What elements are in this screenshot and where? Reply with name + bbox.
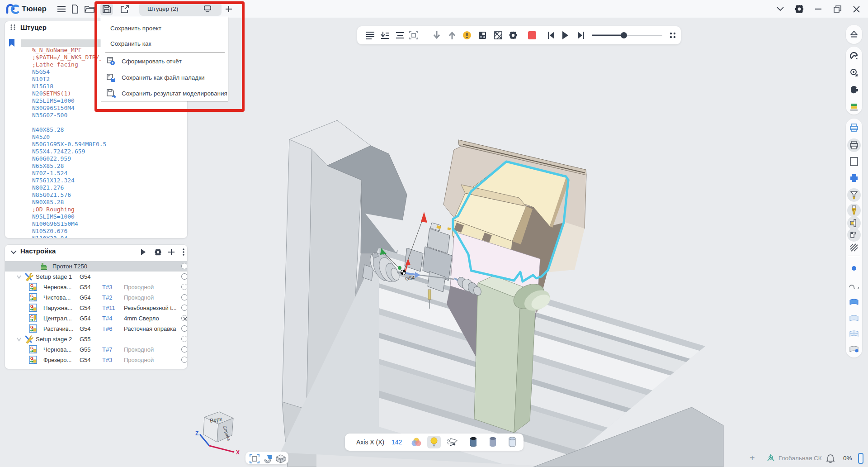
gcode-line[interactable]: N60G0Z2.959 — [32, 155, 71, 162]
play-button[interactable] — [560, 30, 571, 41]
rail-probe-button[interactable] — [846, 66, 862, 80]
gcode-line[interactable]: N45Z0 — [32, 133, 50, 141]
collapse-chevron-icon[interactable] — [10, 250, 17, 254]
frame-select-button[interactable] — [249, 453, 260, 464]
gcode-line[interactable]: ;Lathe facing — [32, 61, 78, 68]
cylinder-dark-button[interactable] — [468, 437, 479, 448]
align-mid-button[interactable] — [395, 30, 406, 41]
gcode-line[interactable]: N10T2 — [32, 76, 50, 83]
radio-empty[interactable] — [181, 284, 188, 290]
rail-layers-button[interactable] — [846, 100, 862, 114]
rail-printer-outline-button[interactable] — [846, 121, 862, 135]
more-options-button[interactable] — [183, 248, 184, 256]
coordinate-system-label[interactable]: Глобальная СК — [778, 455, 822, 462]
add-operation-button[interactable] — [168, 249, 175, 255]
radio-empty[interactable] — [181, 325, 188, 332]
new-file-button[interactable] — [69, 3, 81, 15]
skip-start-button[interactable] — [546, 30, 557, 41]
gcode-line[interactable]: N80Z1.276 — [32, 184, 64, 191]
gcode-line[interactable]: ;OD Roughing — [32, 206, 75, 213]
rail-band-blue-button[interactable] — [846, 295, 862, 309]
rail-funnel-button[interactable] — [846, 188, 862, 202]
open-folder-button[interactable] — [83, 3, 96, 15]
tree-row-op[interactable]: GЧернова...G55T#7Проходной — [5, 344, 187, 355]
stop-button[interactable] — [527, 30, 538, 41]
rail-blank-square-button[interactable] — [846, 155, 862, 168]
notifications-bell-icon[interactable] — [826, 454, 835, 463]
tree-row-machine[interactable]: Протон Т250 — [5, 261, 187, 272]
gcode-line[interactable]: N40X85.28 — [32, 126, 64, 133]
tree-row-setup[interactable]: Setup stage 1G54 — [5, 272, 187, 282]
rail-band-grid-button[interactable] — [846, 327, 862, 340]
radio-empty[interactable] — [181, 336, 188, 342]
tree-row-setup[interactable]: Setup stage 2G55 — [5, 334, 187, 344]
radio-empty[interactable] — [181, 263, 188, 269]
gcode-line[interactable]: N85G0Z1.576 — [32, 191, 71, 199]
rail-eject-button[interactable] — [846, 28, 862, 41]
radio-crossed[interactable] — [181, 315, 188, 321]
gcode-line[interactable]: N75G1X12.324 — [32, 177, 75, 184]
gcode-line[interactable]: N70Z-1.524 — [32, 170, 67, 177]
rail-printer-blue-button[interactable] — [846, 172, 862, 185]
run-simulation-button[interactable] — [141, 249, 146, 255]
align-lines-button[interactable] — [365, 30, 376, 41]
zoom-plus-button[interactable]: + — [750, 453, 755, 463]
box-wireframe-button[interactable] — [275, 453, 286, 464]
tree-row-op[interactable]: GЧернова...G54T#3Проходной — [5, 282, 187, 292]
arrow-down-button[interactable] — [431, 30, 442, 41]
radio-empty[interactable] — [181, 357, 188, 363]
rail-insert-button[interactable] — [846, 228, 862, 242]
minimize-button[interactable] — [812, 3, 825, 15]
gcode-line[interactable]: N50G1G95X-0.594M8F0.5 — [32, 141, 106, 148]
rail-band-gray-button[interactable] — [846, 342, 862, 356]
gcode-line[interactable]: N105Z0.676 — [32, 228, 67, 235]
radio-empty[interactable] — [181, 346, 188, 353]
gcode-line[interactable]: N110X23.84 — [32, 235, 67, 238]
radio-empty[interactable] — [181, 305, 188, 311]
view-cube[interactable]: Y Z X Верх Справа — [190, 403, 253, 462]
panel-machine-button[interactable] — [477, 30, 488, 41]
gcode-line[interactable]: N90X85.28 — [32, 199, 64, 206]
close-button[interactable] — [850, 3, 863, 15]
rail-band-light-button[interactable] — [846, 311, 862, 325]
print-preview-button[interactable] — [263, 453, 274, 464]
gcode-line[interactable]: N25LIMS=1000 — [32, 97, 75, 105]
rail-head-button[interactable] — [846, 83, 862, 97]
skip-end-button[interactable] — [576, 30, 586, 41]
rail-curve-button[interactable] — [846, 279, 862, 292]
radio-empty[interactable] — [181, 294, 188, 300]
tree-row-op-drill[interactable]: GЦентрал...G54T#44mm Сверло — [5, 313, 187, 324]
tree-row-op[interactable]: GФрезеро...G54T#3Проходной — [5, 355, 187, 365]
bulb-button[interactable] — [427, 436, 441, 448]
hatch-cross-button[interactable] — [493, 30, 504, 41]
gcode-line[interactable]: N30G96S150M4 — [32, 105, 75, 112]
gcode-line[interactable]: N95LIMS=1000 — [32, 213, 75, 220]
gcode-line[interactable]: N55X4.724Z2.659 — [32, 148, 85, 155]
settings-gear-button[interactable] — [793, 3, 806, 15]
coordinate-system-icon[interactable] — [766, 453, 775, 462]
color-venn-button[interactable] — [411, 437, 422, 448]
tree-row-op[interactable]: GРастачив...G54T#6Расточная оправка — [5, 324, 187, 334]
radio-empty[interactable] — [181, 273, 188, 280]
rail-dot-button[interactable] — [846, 262, 862, 275]
rail-printer-gray-button[interactable] — [846, 138, 862, 152]
arrow-up-button[interactable] — [447, 30, 458, 41]
workspace-dropdown-button[interactable] — [774, 3, 787, 15]
gcode-line[interactable]: N35G0Z-500 — [32, 112, 67, 119]
frame-target-button[interactable] — [408, 30, 419, 41]
gcode-line[interactable]: N15G18 — [32, 83, 53, 90]
plane-arrow-button[interactable] — [447, 437, 458, 448]
rail-hatch-button[interactable] — [846, 241, 862, 254]
main-menu-button[interactable] — [55, 3, 68, 15]
align-step-button[interactable] — [380, 30, 391, 41]
gcode-line[interactable]: %_N_NoName_MPF — [32, 47, 82, 54]
gcode-line[interactable]: N100G96S150M4 — [32, 220, 78, 228]
gcode-line[interactable]: N20SETMS(1) — [32, 90, 71, 97]
tree-row-op[interactable]: GНаружна...G54T#11Резьбонарезной t... — [5, 303, 187, 313]
toolbar-grid-button[interactable] — [667, 30, 678, 41]
gcode-line[interactable]: N65X85.28 — [32, 162, 64, 170]
restore-button[interactable] — [831, 3, 844, 15]
warning-button[interactable] — [462, 30, 472, 41]
cylinder-shaded-button[interactable] — [487, 437, 498, 448]
gcode-line[interactable]: N5G54 — [32, 68, 50, 76]
